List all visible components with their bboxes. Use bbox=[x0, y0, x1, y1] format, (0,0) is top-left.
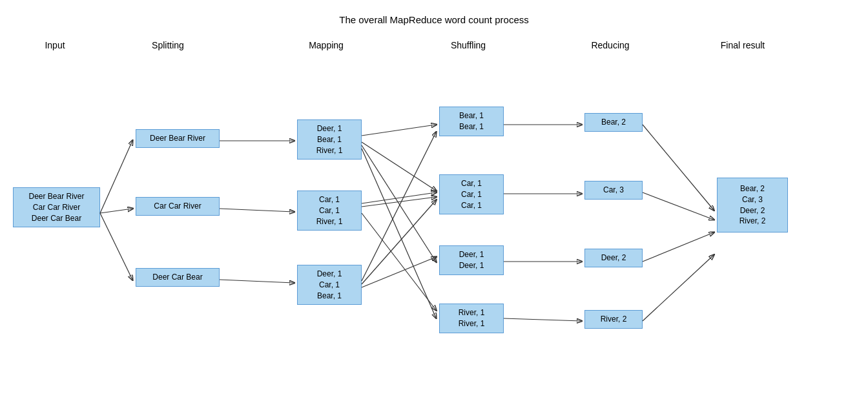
box-shuf1: Bear, 1 Bear, 1 bbox=[439, 107, 504, 136]
box-final: Bear, 2 Car, 3 Deer, 2 River, 2 bbox=[717, 178, 788, 232]
svg-line-11 bbox=[362, 192, 436, 203]
svg-line-4 bbox=[220, 209, 294, 212]
svg-line-1 bbox=[100, 209, 132, 213]
svg-line-2 bbox=[100, 213, 132, 280]
box-red4: River, 2 bbox=[584, 310, 643, 329]
label-reducing: Reducing bbox=[578, 40, 643, 50]
svg-line-9 bbox=[362, 197, 436, 207]
label-splitting: Splitting bbox=[126, 40, 210, 50]
box-split3: Deer Car Bear bbox=[136, 268, 220, 287]
svg-line-13 bbox=[362, 200, 436, 284]
box-split2: Car Car River bbox=[136, 197, 220, 216]
svg-line-7 bbox=[362, 142, 436, 191]
svg-line-5 bbox=[220, 280, 294, 283]
svg-line-10 bbox=[362, 213, 436, 310]
svg-line-14 bbox=[362, 257, 436, 287]
svg-line-19 bbox=[504, 318, 581, 321]
diagram-title: The overall MapReduce word count process bbox=[0, 0, 868, 25]
box-shuf3: Deer, 1 Deer, 1 bbox=[439, 245, 504, 275]
label-shuffling: Shuffling bbox=[433, 40, 504, 50]
box-split1: Deer Bear River bbox=[136, 129, 220, 148]
box-red1: Bear, 2 bbox=[584, 113, 643, 132]
svg-line-6 bbox=[362, 125, 436, 136]
svg-line-12 bbox=[362, 132, 436, 281]
label-input: Input bbox=[19, 40, 90, 50]
svg-line-22 bbox=[643, 232, 714, 262]
box-shuf2: Car, 1 Car, 1 Car, 1 bbox=[439, 174, 504, 214]
svg-line-20 bbox=[643, 125, 714, 210]
diagram-container: The overall MapReduce word count process… bbox=[0, 0, 868, 403]
box-input: Deer Bear River Car Car River Deer Car B… bbox=[13, 187, 100, 227]
svg-line-0 bbox=[100, 141, 132, 213]
svg-line-15 bbox=[362, 145, 436, 262]
label-mapping: Mapping bbox=[291, 40, 362, 50]
box-map3: Deer, 1 Car, 1 Bear, 1 bbox=[297, 265, 362, 305]
box-map2: Car, 1 Car, 1 River, 1 bbox=[297, 191, 362, 231]
box-red2: Car, 3 bbox=[584, 181, 643, 200]
svg-line-21 bbox=[643, 192, 714, 220]
label-final: Final result bbox=[704, 40, 781, 50]
svg-line-8 bbox=[362, 149, 436, 318]
box-map1: Deer, 1 Bear, 1 River, 1 bbox=[297, 119, 362, 160]
svg-line-23 bbox=[643, 255, 714, 321]
box-red3: Deer, 2 bbox=[584, 249, 643, 267]
box-shuf4: River, 1 River, 1 bbox=[439, 304, 504, 333]
